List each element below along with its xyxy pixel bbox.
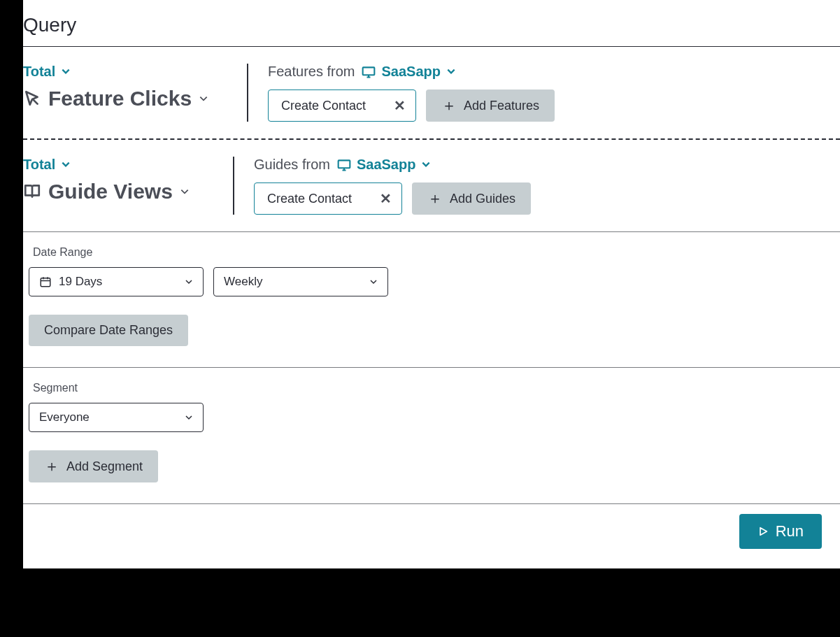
run-button[interactable]: Run (739, 514, 822, 549)
compare-date-ranges-button[interactable]: Compare Date Ranges (29, 315, 188, 346)
plus-icon: ＋ (427, 191, 443, 206)
book-icon (23, 182, 41, 201)
chip-label: Create Contact (267, 192, 352, 206)
date-range-label: Date Range (33, 246, 840, 259)
aggregate-dropdown[interactable]: Total (23, 64, 230, 80)
chevron-down-icon (421, 157, 431, 173)
metric-dropdown[interactable]: Guide Views (23, 180, 216, 203)
date-range-section: Date Range 19 Days Weekly (23, 232, 840, 367)
chevron-down-icon (185, 413, 193, 422)
svg-rect-0 (363, 67, 375, 75)
segment-select[interactable]: Everyone (29, 403, 204, 432)
vertical-divider (247, 64, 248, 122)
metric-name: Feature Clicks (48, 87, 192, 110)
aggregate-label: Total (23, 64, 55, 80)
svg-rect-1 (339, 160, 350, 168)
selected-guide-chip[interactable]: Create Contact ✕ (254, 182, 402, 215)
selected-feature-chip[interactable]: Create Contact ✕ (268, 90, 416, 122)
metric-row-guides: Total Guide Views Guides from (23, 140, 840, 231)
aggregate-label: Total (23, 157, 55, 173)
segment-value: Everyone (39, 410, 90, 424)
remove-chip-icon[interactable]: ✕ (394, 97, 406, 114)
vertical-divider (233, 157, 234, 215)
from-prefix: Features from (268, 64, 355, 80)
plus-icon: ＋ (44, 459, 59, 474)
metric-dropdown[interactable]: Feature Clicks (23, 87, 230, 110)
chevron-down-icon (446, 64, 456, 80)
metric-name: Guide Views (48, 180, 173, 203)
segment-label: Segment (33, 382, 840, 394)
chevron-down-icon (61, 157, 71, 173)
from-prefix: Guides from (254, 157, 330, 173)
chevron-down-icon (185, 278, 193, 286)
monitor-icon (337, 159, 351, 171)
app-name: SaaSapp (357, 157, 415, 173)
calendar-icon (39, 275, 52, 288)
add-guides-label: Add Guides (450, 192, 515, 206)
chevron-down-icon (180, 187, 190, 196)
app-name: SaaSapp (381, 64, 440, 80)
page-title: Query (23, 14, 840, 36)
metric-row-features: Total Feature Clicks Features from (23, 47, 840, 138)
run-label: Run (776, 522, 804, 541)
add-features-label: Add Features (464, 99, 539, 113)
monitor-icon (362, 66, 376, 78)
add-segment-label: Add Segment (66, 459, 143, 474)
date-range-select[interactable]: 19 Days (29, 267, 204, 296)
chip-label: Create Contact (281, 99, 366, 113)
date-range-value: 19 Days (59, 275, 102, 289)
add-guides-button[interactable]: ＋ Add Guides (412, 182, 531, 215)
granularity-value: Weekly (224, 275, 262, 289)
source-selector[interactable]: Guides from SaaSapp (254, 157, 531, 173)
add-features-button[interactable]: ＋ Add Features (426, 90, 555, 122)
add-segment-button[interactable]: ＋ Add Segment (29, 450, 158, 482)
chevron-down-icon (61, 64, 71, 80)
remove-chip-icon[interactable]: ✕ (380, 190, 392, 207)
chevron-down-icon (199, 94, 208, 103)
play-icon (757, 525, 769, 538)
segment-section: Segment Everyone ＋ Add Segment (23, 368, 840, 503)
granularity-select[interactable]: Weekly (213, 267, 388, 296)
chevron-down-icon (369, 278, 378, 286)
aggregate-dropdown[interactable]: Total (23, 157, 216, 173)
cursor-icon (23, 90, 41, 108)
compare-label: Compare Date Ranges (44, 323, 173, 338)
svg-rect-2 (41, 278, 50, 287)
plus-icon: ＋ (441, 98, 457, 113)
source-selector[interactable]: Features from SaaSapp (268, 64, 555, 80)
